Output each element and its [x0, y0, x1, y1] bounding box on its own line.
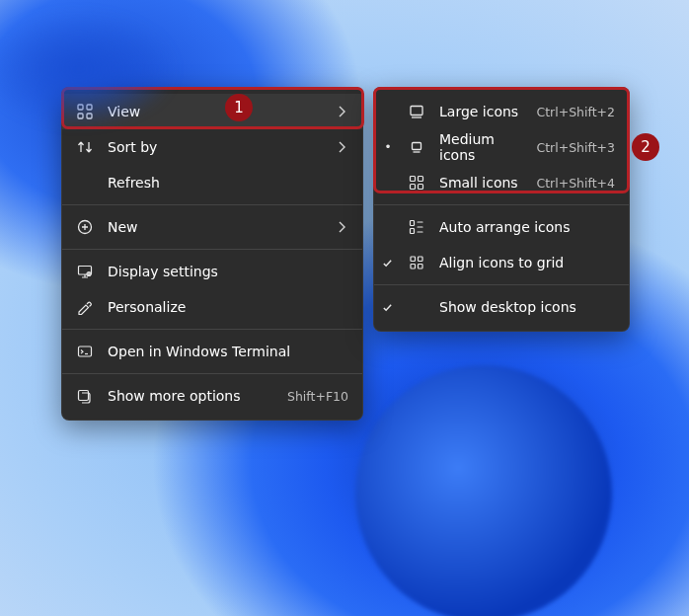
- show-more-icon: [76, 387, 94, 405]
- radio-mark-selected: •: [382, 141, 394, 153]
- menu-item-display-settings[interactable]: Display settings: [62, 254, 362, 289]
- chevron-right-icon: [335, 106, 348, 117]
- svg-rect-8: [79, 346, 92, 356]
- menu-separator: [62, 204, 362, 205]
- submenu-item-auto-arrange[interactable]: Auto arrange icons: [374, 209, 629, 245]
- svg-rect-16: [411, 221, 415, 226]
- svg-rect-9: [79, 391, 89, 401]
- menu-separator: [374, 204, 629, 205]
- svg-rect-18: [411, 257, 416, 262]
- svg-rect-13: [419, 177, 423, 182]
- svg-rect-20: [411, 265, 416, 270]
- menu-item-new[interactable]: New: [62, 209, 362, 245]
- menu-item-label: Display settings: [108, 264, 348, 279]
- menu-separator: [62, 249, 362, 250]
- svg-rect-19: [419, 257, 423, 262]
- align-grid-icon: [408, 255, 425, 270]
- auto-arrange-icon: [408, 219, 425, 235]
- svg-rect-17: [411, 229, 415, 234]
- menu-separator: [374, 284, 629, 285]
- svg-rect-10: [411, 107, 422, 116]
- chevron-right-icon: [335, 221, 348, 233]
- terminal-icon: [76, 343, 94, 360]
- menu-item-refresh[interactable]: Refresh: [62, 165, 362, 200]
- check-mark-checked: [382, 302, 394, 313]
- small-icons-icon: [408, 175, 425, 191]
- svg-rect-2: [78, 114, 83, 118]
- menu-item-label: View: [108, 104, 321, 119]
- svg-rect-14: [411, 185, 416, 190]
- submenu-item-small-icons[interactable]: Small icons Ctrl+Shift+4: [374, 165, 629, 200]
- check-mark-checked: [382, 258, 394, 269]
- submenu-item-label: Show desktop icons: [439, 299, 615, 315]
- new-plus-icon: [76, 218, 94, 236]
- svg-rect-11: [413, 143, 421, 150]
- submenu-item-label: Auto arrange icons: [439, 219, 615, 235]
- view-submenu: Large icons Ctrl+Shift+2 • Medium icons …: [373, 87, 630, 332]
- menu-item-label: Refresh: [108, 175, 348, 191]
- svg-rect-1: [87, 105, 92, 110]
- menu-separator: [62, 329, 362, 330]
- annotation-badge-2: 2: [632, 133, 659, 161]
- menu-item-label: Open in Windows Terminal: [108, 344, 348, 359]
- menu-item-label: New: [108, 219, 321, 235]
- submenu-item-shortcut: Ctrl+Shift+3: [536, 140, 615, 155]
- submenu-item-show-desktop-icons[interactable]: Show desktop icons: [374, 289, 629, 325]
- desktop-context-menu: View Sort by Refresh New: [61, 87, 363, 421]
- menu-item-sort[interactable]: Sort by: [62, 129, 362, 165]
- personalize-icon: [76, 298, 94, 316]
- menu-item-personalize[interactable]: Personalize: [62, 289, 362, 325]
- svg-rect-12: [411, 177, 416, 182]
- medium-icons-icon: [408, 140, 425, 154]
- menu-separator: [62, 373, 362, 374]
- chevron-right-icon: [335, 141, 348, 153]
- svg-rect-21: [419, 265, 423, 270]
- menu-item-view[interactable]: View: [62, 94, 362, 129]
- submenu-item-align-grid[interactable]: Align icons to grid: [374, 245, 629, 280]
- svg-rect-0: [78, 105, 83, 110]
- menu-item-label: Show more options: [108, 388, 266, 404]
- menu-item-label: Sort by: [108, 139, 321, 155]
- submenu-item-label: Large icons: [439, 104, 518, 119]
- svg-rect-3: [87, 114, 92, 118]
- submenu-item-medium-icons[interactable]: • Medium icons Ctrl+Shift+3: [374, 129, 629, 165]
- menu-item-show-more[interactable]: Show more options Shift+F10: [62, 378, 362, 414]
- submenu-item-label: Small icons: [439, 175, 518, 191]
- menu-item-label: Personalize: [108, 299, 348, 315]
- submenu-item-label: Align icons to grid: [439, 255, 615, 270]
- svg-rect-15: [419, 185, 423, 190]
- submenu-item-shortcut: Ctrl+Shift+2: [536, 105, 615, 119]
- blank-icon: [76, 174, 94, 192]
- display-settings-icon: [76, 263, 94, 280]
- submenu-item-label: Medium icons: [439, 131, 518, 163]
- large-icons-icon: [408, 105, 425, 118]
- menu-item-shortcut: Shift+F10: [287, 389, 348, 404]
- view-icon: [76, 103, 94, 120]
- submenu-item-large-icons[interactable]: Large icons Ctrl+Shift+2: [374, 94, 629, 129]
- menu-item-open-terminal[interactable]: Open in Windows Terminal: [62, 334, 362, 369]
- annotation-badge-1: 1: [225, 94, 253, 121]
- submenu-item-shortcut: Ctrl+Shift+4: [536, 176, 615, 191]
- sort-icon: [76, 138, 94, 156]
